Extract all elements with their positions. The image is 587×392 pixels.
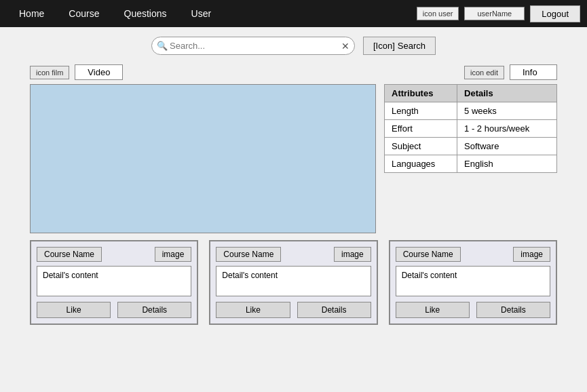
search-area: 🔍 ✕ [Icon] Search (0, 27, 587, 62)
nav-item-questions[interactable]: Questions (112, 3, 179, 24)
table-row: Length5 weeks (385, 102, 557, 120)
details-button[interactable]: Details (476, 302, 550, 318)
card-actions: Like Details (37, 302, 191, 318)
info-label-area: icon edit Info (464, 64, 557, 80)
clear-icon[interactable]: ✕ (341, 41, 349, 52)
info-table: Attributes Details Length5 weeksEffort1 … (384, 84, 557, 173)
search-icon: 🔍 (157, 41, 168, 51)
card-header: Course Name image (216, 247, 371, 262)
table-cell-attr: Languages (385, 155, 457, 173)
video-player (30, 84, 376, 233)
film-icon: icon film (30, 66, 69, 79)
course-card: Course Name image Detail's content Like … (30, 240, 198, 325)
table-row: Effort1 - 2 hours/week (385, 120, 557, 138)
card-actions: Like Details (396, 302, 550, 318)
like-button[interactable]: Like (216, 302, 290, 318)
navbar: Home Course Questions User icon user use… (0, 0, 587, 27)
nav-item-course[interactable]: Course (56, 3, 111, 24)
like-button[interactable]: Like (37, 302, 111, 318)
search-input-wrapper: 🔍 ✕ (151, 37, 355, 55)
nav-item-user[interactable]: User (179, 3, 224, 24)
card-header: Course Name image (396, 247, 550, 262)
username-display: userName (464, 7, 525, 20)
card-detail: Detail's content (396, 266, 550, 296)
like-button[interactable]: Like (396, 302, 470, 318)
user-icon-box: icon user (417, 7, 459, 20)
card-actions: Like Details (216, 302, 371, 318)
search-btn-label: Search (398, 41, 425, 51)
table-cell-detail: English (457, 155, 557, 173)
search-btn-icon: [Icon] (373, 41, 395, 51)
video-label: Video (75, 64, 123, 80)
section-header: icon film Video icon edit Info (0, 62, 587, 84)
details-button[interactable]: Details (297, 302, 371, 318)
card-detail: Detail's content (37, 266, 191, 296)
video-label-area: icon film Video (30, 64, 123, 80)
nav-item-home[interactable]: Home (7, 3, 56, 24)
table-cell-detail: Software (457, 138, 557, 155)
nav-user-area: icon user userName Logout (417, 5, 580, 22)
table-cell-attr: Length (385, 102, 457, 120)
course-card: Course Name image Detail's content Like … (389, 240, 557, 325)
edit-icon[interactable]: icon edit (464, 66, 504, 79)
table-cell-attr: Effort (385, 120, 457, 138)
search-input[interactable] (151, 37, 355, 55)
card-course-name: Course Name (216, 247, 281, 262)
logout-button[interactable]: Logout (530, 5, 580, 22)
card-header: Course Name image (37, 247, 191, 262)
table-header-details: Details (457, 85, 557, 102)
table-row: SubjectSoftware (385, 138, 557, 155)
table-cell-attr: Subject (385, 138, 457, 155)
cards-row: Course Name image Detail's content Like … (0, 240, 587, 325)
table-row: LanguagesEnglish (385, 155, 557, 173)
card-image: image (334, 247, 371, 262)
main-content: Attributes Details Length5 weeksEffort1 … (0, 84, 587, 233)
table-header-attributes: Attributes (385, 85, 457, 102)
table-cell-detail: 5 weeks (457, 102, 557, 120)
table-cell-detail: 1 - 2 hours/week (457, 120, 557, 138)
card-course-name: Course Name (396, 247, 461, 262)
card-image: image (513, 247, 550, 262)
details-button[interactable]: Details (117, 302, 191, 318)
course-card: Course Name image Detail's content Like … (209, 240, 377, 325)
card-image: image (155, 247, 192, 262)
info-label: Info (510, 64, 557, 80)
search-button[interactable]: [Icon] Search (363, 37, 436, 55)
card-detail: Detail's content (216, 266, 371, 296)
card-course-name: Course Name (37, 247, 102, 262)
